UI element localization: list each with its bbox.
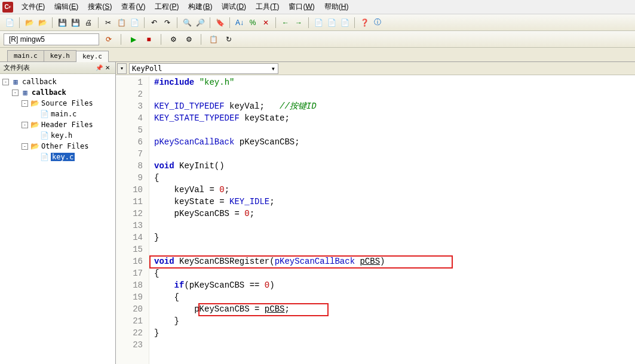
build-b-button[interactable]: ⚙ <box>183 33 195 45</box>
tree-toggle-icon[interactable]: - <box>2 79 9 85</box>
tool-c-button[interactable]: ✕ <box>260 17 272 29</box>
code-line[interactable]: } <box>154 327 635 339</box>
tree-node[interactable]: -📂Source Files <box>2 98 113 109</box>
doc-a-button[interactable]: 📄 <box>312 17 324 29</box>
file-tabs: main.ckey.hkey.c <box>0 48 635 62</box>
code-line[interactable]: void KeyScanCBSRegister(pKeyScanCallBack… <box>154 255 635 267</box>
tool-a-button[interactable]: A↓ <box>234 17 246 29</box>
tree-node[interactable]: -▦callback <box>2 87 113 98</box>
tree-toggle-icon[interactable]: - <box>22 122 28 128</box>
menu-f[interactable]: 文件(F) <box>17 1 50 13</box>
tree-node[interactable]: 📄key.c <box>2 152 113 162</box>
code-line[interactable]: pKeyScanCallBack pKeyScanCBS; <box>154 136 635 148</box>
nav-back-button[interactable]: ← <box>280 17 292 29</box>
code-line[interactable]: void KeyInit() <box>154 160 635 172</box>
menu-v[interactable]: 查看(V) <box>116 1 150 13</box>
menu-d[interactable]: 调试(D) <box>217 1 251 13</box>
paste-button[interactable]: 📄 <box>128 17 140 29</box>
tree-toggle-icon[interactable]: - <box>22 100 28 107</box>
bookmark-button[interactable]: 🔖 <box>214 17 226 29</box>
tree-toggle-icon[interactable]: - <box>22 143 28 150</box>
redo-button[interactable]: ↷ <box>161 17 173 29</box>
code-line[interactable]: } <box>154 232 635 243</box>
build-target-select[interactable]: [R] mingw5 <box>4 33 99 45</box>
tree-node[interactable]: 📄key.h <box>2 130 113 141</box>
doc-c-button[interactable]: 📄 <box>339 17 351 29</box>
config-button[interactable]: 📋 <box>207 33 219 45</box>
save-all-button[interactable]: 💾 <box>69 17 81 29</box>
code-line[interactable] <box>154 124 635 136</box>
undo-button[interactable]: ↶ <box>148 17 160 29</box>
code-line[interactable] <box>154 220 635 232</box>
build-a-button[interactable]: ⚙ <box>167 33 179 45</box>
tool-b-button[interactable]: % <box>247 17 259 29</box>
stop-button[interactable]: ■ <box>143 33 155 45</box>
nav-fwd-button[interactable]: → <box>293 17 305 29</box>
function-select-label: KeyPoll <box>132 64 162 73</box>
tree-toggle-icon[interactable]: - <box>12 90 19 96</box>
menu-h[interactable]: 帮助(H) <box>320 1 354 13</box>
code-line[interactable]: if(pKeyScanCBS == 0) <box>154 279 635 291</box>
code-line[interactable] <box>154 243 635 255</box>
tree-node[interactable]: -📂Other Files <box>2 141 113 152</box>
menu-w[interactable]: 窗口(W) <box>284 1 319 13</box>
editor-area: ▾ KeyPoll ▾ 1234567891011121314151617181… <box>116 62 635 364</box>
doc-b-button[interactable]: 📄 <box>326 17 338 29</box>
code-line[interactable] <box>154 88 635 100</box>
tree-node[interactable]: -📂Header Files <box>2 119 113 130</box>
tree-node[interactable]: 📄main.c <box>2 109 113 119</box>
code-line[interactable]: KEY_STATE_TYPEDEF keyState; <box>154 112 635 124</box>
find-button[interactable]: 🔍 <box>181 17 193 29</box>
help-button[interactable]: ❓ <box>358 17 370 29</box>
code-line[interactable]: keyState = KEY_IDLE; <box>154 196 635 208</box>
main-toolbar: 📄 📂 📂 💾 💾 🖨 ✂ 📋 📄 ↶ ↷ 🔍 🔎 🔖 A↓ % ✕ ← → 📄… <box>0 14 635 31</box>
cut-button[interactable]: ✂ <box>102 17 114 29</box>
menubar: CF 文件(F)编辑(E)搜索(S)查看(V)工程(P)构建(B)调试(D)工具… <box>0 0 635 14</box>
new-file-button[interactable]: 📄 <box>4 17 16 29</box>
code-line[interactable] <box>154 148 635 160</box>
function-select[interactable]: KeyPoll ▾ <box>129 63 278 74</box>
code-line[interactable]: pKeyScanCBS = 0; <box>154 208 635 220</box>
code-line[interactable]: { <box>154 291 635 303</box>
file-icon: 📄 <box>39 110 49 118</box>
menu-e[interactable]: 编辑(E) <box>50 1 83 13</box>
file-icon: 📄 <box>39 131 49 140</box>
folder-icon: 📂 <box>30 121 39 129</box>
code-line[interactable]: pKeyScanCBS = pCBS; <box>154 303 635 315</box>
run-button[interactable]: ▶ <box>127 33 139 45</box>
menu-s[interactable]: 搜索(S) <box>83 1 116 13</box>
file-tab[interactable]: key.c <box>76 51 109 62</box>
file-tab[interactable]: key.h <box>44 50 76 61</box>
save-button[interactable]: 💾 <box>56 17 68 29</box>
open-button-2[interactable]: 📂 <box>36 17 48 29</box>
open-button[interactable]: 📂 <box>23 17 35 29</box>
file-list-header: 文件列表 📌 ✕ <box>0 62 115 74</box>
code-line[interactable]: } <box>154 315 635 327</box>
tree-label: main.c <box>51 110 76 118</box>
scope-dropdown[interactable]: ▾ <box>117 63 127 74</box>
build-toolbar: [R] mingw5 ⟳ ▶ ■ ⚙ ⚙ 📋 ↻ <box>0 31 635 48</box>
refresh-2-button[interactable]: ↻ <box>223 33 235 45</box>
menu-b[interactable]: 构建(B) <box>183 1 217 13</box>
code-line[interactable]: KEY_ID_TYPEDEF keyVal; //按键ID <box>154 100 635 112</box>
code-line[interactable]: #include "key.h" <box>154 76 635 88</box>
find-files-button[interactable]: 🔎 <box>194 17 206 29</box>
file-tab[interactable]: main.c <box>7 50 44 61</box>
menu-p[interactable]: 工程(P) <box>150 1 183 13</box>
copy-button[interactable]: 📋 <box>115 17 127 29</box>
pin-icon[interactable]: 📌 <box>95 64 103 72</box>
code-lines[interactable]: #include "key.h" KEY_ID_TYPEDEF keyVal; … <box>149 76 635 364</box>
print-button[interactable]: 🖨 <box>82 17 94 29</box>
code-line[interactable] <box>154 339 635 351</box>
app-icon: CF <box>2 2 13 13</box>
code-line[interactable]: { <box>154 172 635 184</box>
refresh-button[interactable]: ⟳ <box>103 33 115 45</box>
code-line[interactable]: { <box>154 267 635 279</box>
file-icon: 📄 <box>39 153 49 161</box>
close-panel-icon[interactable]: ✕ <box>103 64 112 72</box>
menu-t[interactable]: 工具(T) <box>251 1 284 13</box>
code-line[interactable]: keyVal = 0; <box>154 184 635 196</box>
tree-node[interactable]: -▦callback <box>2 76 113 87</box>
about-button[interactable]: ⓘ <box>372 17 384 29</box>
code-editor[interactable]: 1234567891011121314151617181920212223 #i… <box>116 75 635 364</box>
